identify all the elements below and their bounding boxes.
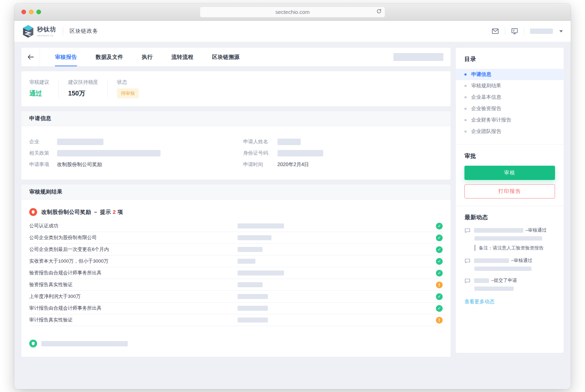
view-more-activity-link[interactable]: 查看更多动态 [464, 299, 494, 305]
back-button[interactable] [21, 48, 40, 66]
rule-value-placeholder [238, 259, 255, 264]
print-report-button[interactable]: 打印报告 [464, 184, 555, 198]
activity-user-placeholder [474, 278, 489, 283]
summary-amount: 建议扶持额度 150万 [58, 79, 107, 98]
summary-status: 状态 待审核 [107, 79, 148, 98]
dot-icon [464, 130, 467, 133]
monitor-icon[interactable] [511, 27, 518, 35]
rule-row: 验资报告真实性验证 [29, 279, 443, 291]
next-group-placeholder [41, 341, 128, 346]
activity-item: –审核通过 [464, 257, 555, 271]
toc-item-capital-report[interactable]: 企业验资报告 [456, 103, 564, 114]
activity-note: 备注：请注意人工验资验资报告 [474, 245, 555, 251]
alert-shield-icon [29, 208, 37, 216]
toc-item-audit-rules[interactable]: 审核规则结果 [456, 80, 564, 92]
tab-bar: 审核报告 数据及文件 执行 流转流程 区块链溯源 [21, 48, 451, 66]
activity-item: –提交了申请 [464, 277, 555, 291]
browser-titlebar: sectechio.com [14, 4, 571, 21]
approve-button[interactable]: 审核 [464, 166, 555, 180]
close-window-button[interactable] [21, 10, 26, 14]
rule-row: 审计报告由合规会计师事务所出具 [29, 303, 443, 314]
field-applicant-name: 申请人姓名 [243, 136, 443, 148]
approval-section: 审批 审核 打印报告 [456, 144, 564, 206]
hint-count: 2 [113, 209, 116, 215]
rule-value-placeholder [238, 270, 284, 275]
toc-item-application-info[interactable]: 申请信息 [456, 69, 564, 80]
rule-value-placeholder [238, 247, 263, 252]
address-bar[interactable]: sectechio.com [200, 6, 385, 17]
tab-audit-report[interactable]: 审核报告 [55, 48, 77, 66]
chevron-down-icon[interactable] [559, 30, 563, 32]
status-pass-icon [436, 270, 443, 277]
activity-detail-placeholder [474, 236, 542, 241]
application-info-card: 申请信息 企业 相关政策 申请事项 改制 [21, 111, 451, 180]
toc-item-company-basic[interactable]: 企业基本信息 [456, 92, 564, 103]
sidebar: 目录 申请信息 审核规则结果 企业基本信息 [456, 48, 564, 353]
tab-blockchain-trace[interactable]: 区块链溯源 [212, 48, 240, 66]
app-header: 秒钛坊 sectech.io 区块链政务 [14, 21, 571, 42]
next-rule-group [29, 340, 443, 347]
id-placeholder [278, 150, 323, 156]
url-text: sectechio.com [275, 9, 310, 15]
summary-suggestion: 审核建议 通过 [29, 79, 58, 98]
pass-shield-icon [29, 340, 37, 347]
minimize-window-button[interactable] [29, 10, 34, 14]
rule-row: 公司企业类别最后一次变更在6个月内 [29, 244, 443, 256]
comment-icon [464, 258, 470, 264]
brand-subtitle: sectech.io [37, 34, 56, 37]
tab-flow-process[interactable]: 流转流程 [172, 48, 194, 66]
app-title: 区块链政务 [70, 28, 98, 35]
activity-title: 最新动态 [464, 214, 555, 221]
status-pass-icon [436, 234, 443, 241]
tab-execution[interactable]: 执行 [142, 48, 153, 66]
field-policy: 相关政策 [29, 148, 229, 159]
dot-icon [464, 73, 467, 76]
audit-rules-card: 审核规则结果 改制股份制公司奖励 － 提示 2 项 公 [21, 185, 451, 357]
rule-row: 公司企业类别为股份制有限公司 [29, 232, 443, 244]
header-divider [524, 28, 524, 35]
field-application-item: 申请事项 改制股份制公司奖励 [29, 159, 229, 170]
policy-placeholder [57, 150, 161, 156]
toc-section: 目录 申请信息 审核规则结果 企业基本信息 [456, 48, 564, 144]
field-company: 企业 [29, 136, 229, 148]
tabbar-placeholder [393, 53, 443, 61]
comment-icon [464, 227, 470, 233]
rule-row: 验资报告由合规会计师事务所出具 [29, 267, 443, 279]
rule-row: 审计报告真实性验证 [29, 314, 443, 326]
field-id-number: 身份证号码 [243, 148, 443, 159]
dot-icon [464, 108, 467, 110]
activity-user-placeholder [474, 228, 523, 233]
toc-item-team-report[interactable]: 企业团队报告 [456, 126, 564, 137]
section-title: 审核规则结果 [29, 189, 62, 195]
brand: 秒钛坊 sectech.io [22, 25, 56, 38]
username-placeholder [530, 29, 553, 34]
tab-data-files[interactable]: 数据及文件 [96, 48, 123, 66]
section-title: 申请信息 [29, 115, 51, 122]
suggestion-value: 通过 [29, 89, 49, 98]
status-pass-icon [436, 293, 443, 300]
toc-item-audit-report[interactable]: 企业财务审计报告 [456, 114, 564, 126]
summary-card: 审核建议 通过 建议扶持额度 150万 状态 待审核 [21, 71, 451, 106]
reload-icon[interactable] [376, 9, 382, 15]
comment-icon [464, 278, 470, 284]
activity-item: –审核通过 备注：请注意人工验资验资报告 [464, 227, 555, 251]
maximize-window-button[interactable] [36, 10, 41, 14]
rule-value-placeholder [238, 294, 268, 299]
rule-value-placeholder [238, 223, 284, 228]
status-badge: 待审核 [117, 88, 139, 98]
status-pass-icon [436, 305, 443, 312]
browser-window: sectechio.com 秒钛坊 sectech.io 区块链政务 [14, 4, 571, 389]
brand-name: 秒钛坊 [37, 25, 56, 33]
status-pass-icon [436, 246, 443, 253]
field-apply-time: 申请时间 2020年2月4日 [243, 159, 443, 170]
dot-icon [464, 119, 467, 121]
status-warn-icon [436, 317, 443, 324]
rule-value-placeholder [238, 318, 268, 323]
dot-icon [464, 85, 467, 87]
mail-icon[interactable] [492, 27, 499, 35]
rule-value-placeholder [238, 306, 268, 311]
company-placeholder [57, 139, 103, 145]
activity-section: 最新动态 –审核通过 备注：请注意人工验资验资报告 [456, 206, 564, 312]
rule-row: 公司认证成功 [29, 220, 443, 232]
status-pass-icon [436, 258, 443, 265]
